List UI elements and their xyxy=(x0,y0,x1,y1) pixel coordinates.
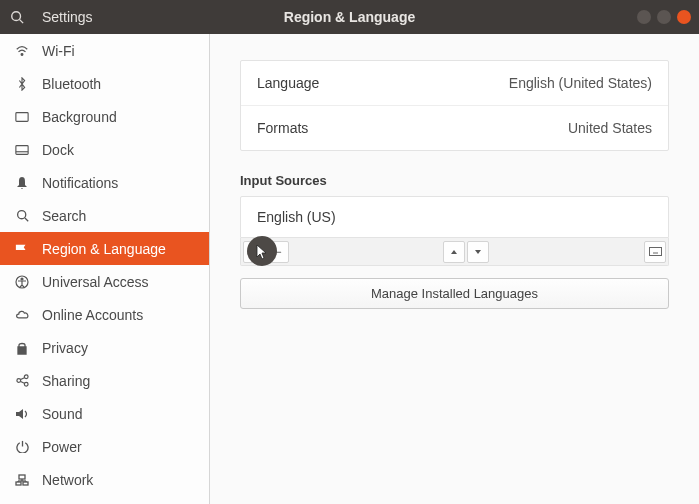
sidebar-item-network[interactable]: Network xyxy=(0,463,209,496)
language-row[interactable]: Language English (United States) xyxy=(241,61,668,106)
wifi-icon xyxy=(14,43,30,59)
minimize-button[interactable] xyxy=(637,10,651,24)
language-label: Language xyxy=(257,75,319,91)
sidebar-item-label: Wi-Fi xyxy=(42,43,75,59)
bell-icon xyxy=(14,175,30,191)
page-title: Region & Language xyxy=(284,9,415,25)
svg-rect-18 xyxy=(16,482,21,485)
sidebar-item-dock[interactable]: Dock xyxy=(0,133,209,166)
svg-point-0 xyxy=(12,12,21,21)
sidebar-item-label: Bluetooth xyxy=(42,76,101,92)
search-icon[interactable] xyxy=(0,0,34,34)
move-up-button[interactable] xyxy=(443,241,465,263)
sidebar-item-sharing[interactable]: Sharing xyxy=(0,364,209,397)
sidebar-item-online-accounts[interactable]: Online Accounts xyxy=(0,298,209,331)
svg-line-15 xyxy=(20,381,24,383)
sidebar-item-wifi[interactable]: Wi-Fi xyxy=(0,34,209,67)
sidebar-item-search[interactable]: Search xyxy=(0,199,209,232)
bluetooth-icon xyxy=(14,76,30,92)
cloud-icon xyxy=(14,307,30,323)
maximize-button[interactable] xyxy=(657,10,671,24)
sidebar-item-universal-access[interactable]: Universal Access xyxy=(0,265,209,298)
language-value: English (United States) xyxy=(509,75,652,91)
sound-icon xyxy=(14,406,30,422)
svg-point-9 xyxy=(21,278,23,280)
svg-point-12 xyxy=(24,375,28,379)
svg-rect-24 xyxy=(649,248,661,256)
svg-rect-19 xyxy=(23,482,28,485)
share-icon xyxy=(14,373,30,389)
sidebar-item-label: Privacy xyxy=(42,340,88,356)
sidebar-item-label: Dock xyxy=(42,142,74,158)
content-pane: Language English (United States) Formats… xyxy=(210,34,699,504)
svg-point-2 xyxy=(21,53,23,55)
window-controls xyxy=(637,10,691,24)
formats-value: United States xyxy=(568,120,652,136)
svg-rect-17 xyxy=(19,475,25,479)
sidebar-item-label: Notifications xyxy=(42,175,118,191)
svg-rect-4 xyxy=(16,145,28,154)
sidebar-item-label: Power xyxy=(42,439,82,455)
power-icon xyxy=(14,439,30,455)
sidebar-item-privacy[interactable]: Privacy xyxy=(0,331,209,364)
lock-icon xyxy=(14,340,30,356)
sidebar-item-label: Universal Access xyxy=(42,274,149,290)
sidebar-item-label: Network xyxy=(42,472,93,488)
sidebar-item-bluetooth[interactable]: Bluetooth xyxy=(0,67,209,100)
sidebar-item-label: Online Accounts xyxy=(42,307,143,323)
sidebar-item-label: Search xyxy=(42,208,86,224)
sidebar: Wi-Fi Bluetooth Background Dock Notifica… xyxy=(0,34,210,504)
app-name: Settings xyxy=(42,9,93,25)
flag-icon xyxy=(14,241,30,257)
universal-icon xyxy=(14,274,30,290)
input-source-row[interactable]: English (US) xyxy=(241,197,668,237)
background-icon xyxy=(14,109,30,125)
network-icon xyxy=(14,472,30,488)
formats-label: Formats xyxy=(257,120,308,136)
move-down-button[interactable] xyxy=(467,241,489,263)
svg-line-7 xyxy=(24,218,27,221)
sidebar-item-label: Region & Language xyxy=(42,241,166,257)
region-card: Language English (United States) Formats… xyxy=(240,60,669,151)
input-sources-heading: Input Sources xyxy=(240,173,669,188)
sidebar-item-sound[interactable]: Sound xyxy=(0,397,209,430)
formats-row[interactable]: Formats United States xyxy=(241,106,668,150)
sidebar-item-notifications[interactable]: Notifications xyxy=(0,166,209,199)
svg-rect-10 xyxy=(18,347,26,354)
input-sources-list: English (US) xyxy=(240,196,669,238)
sidebar-item-label: Background xyxy=(42,109,117,125)
close-button[interactable] xyxy=(677,10,691,24)
sidebar-item-label: Sound xyxy=(42,406,82,422)
svg-line-1 xyxy=(20,20,24,24)
svg-line-14 xyxy=(20,378,24,380)
sidebar-item-power[interactable]: Power xyxy=(0,430,209,463)
svg-rect-3 xyxy=(16,112,28,121)
sidebar-item-background[interactable]: Background xyxy=(0,100,209,133)
input-sources-toolbar: + − xyxy=(240,238,669,266)
titlebar: Settings Region & Language xyxy=(0,0,699,34)
dock-icon xyxy=(14,142,30,158)
manage-languages-button[interactable]: Manage Installed Languages xyxy=(240,278,669,309)
input-source-label: English (US) xyxy=(257,209,336,225)
sidebar-item-label: Sharing xyxy=(42,373,90,389)
keyboard-layout-button[interactable] xyxy=(644,241,666,263)
svg-point-11 xyxy=(16,379,20,383)
sidebar-item-region-language[interactable]: Region & Language xyxy=(0,232,209,265)
cursor-icon xyxy=(256,244,268,260)
svg-point-6 xyxy=(17,211,25,219)
svg-point-13 xyxy=(24,382,28,386)
search-icon xyxy=(14,208,30,224)
